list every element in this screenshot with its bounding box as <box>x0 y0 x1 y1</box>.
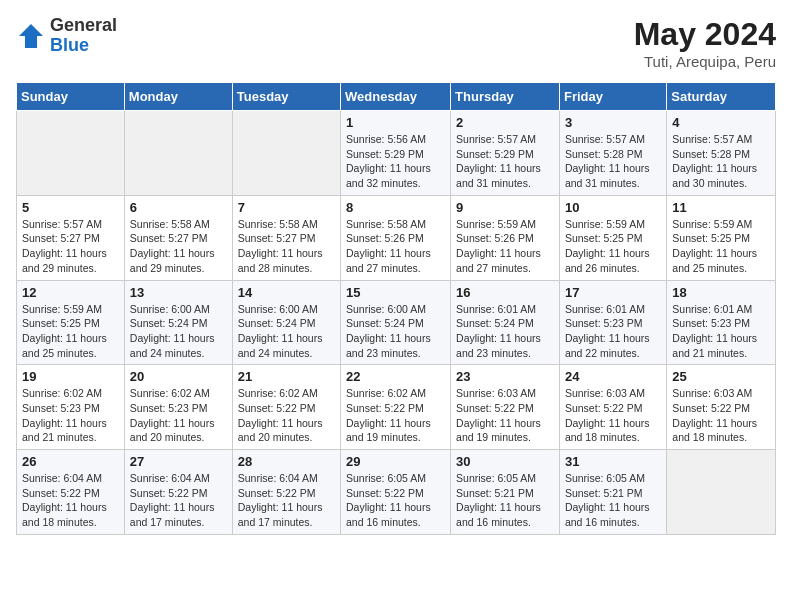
day-number: 22 <box>346 369 445 384</box>
day-number: 24 <box>565 369 661 384</box>
day-number: 1 <box>346 115 445 130</box>
calendar-cell: 9Sunrise: 5:59 AM Sunset: 5:26 PM Daylig… <box>451 195 560 280</box>
calendar-cell: 25Sunrise: 6:03 AM Sunset: 5:22 PM Dayli… <box>667 365 776 450</box>
weekday-header: Tuesday <box>232 83 340 111</box>
calendar-cell: 13Sunrise: 6:00 AM Sunset: 5:24 PM Dayli… <box>124 280 232 365</box>
calendar-cell: 8Sunrise: 5:58 AM Sunset: 5:26 PM Daylig… <box>341 195 451 280</box>
calendar-cell <box>232 111 340 196</box>
calendar-cell: 21Sunrise: 6:02 AM Sunset: 5:22 PM Dayli… <box>232 365 340 450</box>
day-info: Sunrise: 6:04 AM Sunset: 5:22 PM Dayligh… <box>130 471 227 530</box>
day-number: 7 <box>238 200 335 215</box>
day-info: Sunrise: 5:57 AM Sunset: 5:29 PM Dayligh… <box>456 132 554 191</box>
day-info: Sunrise: 5:59 AM Sunset: 5:25 PM Dayligh… <box>565 217 661 276</box>
day-number: 14 <box>238 285 335 300</box>
day-info: Sunrise: 6:04 AM Sunset: 5:22 PM Dayligh… <box>22 471 119 530</box>
day-info: Sunrise: 5:57 AM Sunset: 5:27 PM Dayligh… <box>22 217 119 276</box>
calendar-week-row: 5Sunrise: 5:57 AM Sunset: 5:27 PM Daylig… <box>17 195 776 280</box>
day-number: 25 <box>672 369 770 384</box>
day-number: 27 <box>130 454 227 469</box>
location: Tuti, Arequipa, Peru <box>634 53 776 70</box>
calendar-cell: 15Sunrise: 6:00 AM Sunset: 5:24 PM Dayli… <box>341 280 451 365</box>
day-number: 26 <box>22 454 119 469</box>
day-info: Sunrise: 6:01 AM Sunset: 5:24 PM Dayligh… <box>456 302 554 361</box>
day-number: 13 <box>130 285 227 300</box>
day-info: Sunrise: 5:59 AM Sunset: 5:26 PM Dayligh… <box>456 217 554 276</box>
day-number: 3 <box>565 115 661 130</box>
weekday-header: Wednesday <box>341 83 451 111</box>
weekday-header-row: SundayMondayTuesdayWednesdayThursdayFrid… <box>17 83 776 111</box>
calendar-cell: 19Sunrise: 6:02 AM Sunset: 5:23 PM Dayli… <box>17 365 125 450</box>
calendar-cell: 5Sunrise: 5:57 AM Sunset: 5:27 PM Daylig… <box>17 195 125 280</box>
day-info: Sunrise: 6:02 AM Sunset: 5:22 PM Dayligh… <box>346 386 445 445</box>
day-info: Sunrise: 5:59 AM Sunset: 5:25 PM Dayligh… <box>672 217 770 276</box>
logo-general: General <box>50 16 117 36</box>
day-info: Sunrise: 6:01 AM Sunset: 5:23 PM Dayligh… <box>672 302 770 361</box>
day-info: Sunrise: 6:03 AM Sunset: 5:22 PM Dayligh… <box>456 386 554 445</box>
page-header: General Blue May 2024 Tuti, Arequipa, Pe… <box>16 16 776 70</box>
calendar-cell: 16Sunrise: 6:01 AM Sunset: 5:24 PM Dayli… <box>451 280 560 365</box>
calendar-cell: 28Sunrise: 6:04 AM Sunset: 5:22 PM Dayli… <box>232 450 340 535</box>
day-info: Sunrise: 6:05 AM Sunset: 5:22 PM Dayligh… <box>346 471 445 530</box>
weekday-header: Friday <box>559 83 666 111</box>
calendar-cell: 10Sunrise: 5:59 AM Sunset: 5:25 PM Dayli… <box>559 195 666 280</box>
calendar-cell: 17Sunrise: 6:01 AM Sunset: 5:23 PM Dayli… <box>559 280 666 365</box>
calendar-cell: 22Sunrise: 6:02 AM Sunset: 5:22 PM Dayli… <box>341 365 451 450</box>
weekday-header: Saturday <box>667 83 776 111</box>
calendar-week-row: 19Sunrise: 6:02 AM Sunset: 5:23 PM Dayli… <box>17 365 776 450</box>
day-number: 2 <box>456 115 554 130</box>
day-info: Sunrise: 6:00 AM Sunset: 5:24 PM Dayligh… <box>346 302 445 361</box>
day-number: 12 <box>22 285 119 300</box>
day-number: 8 <box>346 200 445 215</box>
calendar-cell: 14Sunrise: 6:00 AM Sunset: 5:24 PM Dayli… <box>232 280 340 365</box>
day-info: Sunrise: 6:03 AM Sunset: 5:22 PM Dayligh… <box>565 386 661 445</box>
logo-text: General Blue <box>50 16 117 56</box>
day-number: 29 <box>346 454 445 469</box>
calendar-cell: 31Sunrise: 6:05 AM Sunset: 5:21 PM Dayli… <box>559 450 666 535</box>
calendar-cell: 24Sunrise: 6:03 AM Sunset: 5:22 PM Dayli… <box>559 365 666 450</box>
day-info: Sunrise: 5:56 AM Sunset: 5:29 PM Dayligh… <box>346 132 445 191</box>
day-info: Sunrise: 5:59 AM Sunset: 5:25 PM Dayligh… <box>22 302 119 361</box>
day-info: Sunrise: 5:57 AM Sunset: 5:28 PM Dayligh… <box>672 132 770 191</box>
calendar-table: SundayMondayTuesdayWednesdayThursdayFrid… <box>16 82 776 535</box>
day-number: 11 <box>672 200 770 215</box>
day-number: 17 <box>565 285 661 300</box>
calendar-cell <box>17 111 125 196</box>
calendar-cell: 27Sunrise: 6:04 AM Sunset: 5:22 PM Dayli… <box>124 450 232 535</box>
calendar-cell: 12Sunrise: 5:59 AM Sunset: 5:25 PM Dayli… <box>17 280 125 365</box>
logo-blue: Blue <box>50 36 117 56</box>
calendar-cell: 29Sunrise: 6:05 AM Sunset: 5:22 PM Dayli… <box>341 450 451 535</box>
calendar-cell <box>124 111 232 196</box>
day-number: 21 <box>238 369 335 384</box>
title-block: May 2024 Tuti, Arequipa, Peru <box>634 16 776 70</box>
day-info: Sunrise: 6:02 AM Sunset: 5:23 PM Dayligh… <box>130 386 227 445</box>
day-number: 19 <box>22 369 119 384</box>
day-info: Sunrise: 5:58 AM Sunset: 5:27 PM Dayligh… <box>238 217 335 276</box>
day-number: 28 <box>238 454 335 469</box>
day-info: Sunrise: 6:03 AM Sunset: 5:22 PM Dayligh… <box>672 386 770 445</box>
day-info: Sunrise: 6:01 AM Sunset: 5:23 PM Dayligh… <box>565 302 661 361</box>
calendar-cell: 3Sunrise: 5:57 AM Sunset: 5:28 PM Daylig… <box>559 111 666 196</box>
calendar-cell: 6Sunrise: 5:58 AM Sunset: 5:27 PM Daylig… <box>124 195 232 280</box>
calendar-cell: 18Sunrise: 6:01 AM Sunset: 5:23 PM Dayli… <box>667 280 776 365</box>
day-number: 10 <box>565 200 661 215</box>
calendar-cell: 30Sunrise: 6:05 AM Sunset: 5:21 PM Dayli… <box>451 450 560 535</box>
day-info: Sunrise: 5:58 AM Sunset: 5:26 PM Dayligh… <box>346 217 445 276</box>
calendar-week-row: 1Sunrise: 5:56 AM Sunset: 5:29 PM Daylig… <box>17 111 776 196</box>
day-info: Sunrise: 6:04 AM Sunset: 5:22 PM Dayligh… <box>238 471 335 530</box>
logo: General Blue <box>16 16 117 56</box>
weekday-header: Sunday <box>17 83 125 111</box>
day-info: Sunrise: 5:58 AM Sunset: 5:27 PM Dayligh… <box>130 217 227 276</box>
calendar-cell <box>667 450 776 535</box>
weekday-header: Monday <box>124 83 232 111</box>
calendar-cell: 2Sunrise: 5:57 AM Sunset: 5:29 PM Daylig… <box>451 111 560 196</box>
logo-icon <box>16 21 46 51</box>
calendar-cell: 4Sunrise: 5:57 AM Sunset: 5:28 PM Daylig… <box>667 111 776 196</box>
month-year: May 2024 <box>634 16 776 53</box>
day-info: Sunrise: 6:00 AM Sunset: 5:24 PM Dayligh… <box>130 302 227 361</box>
day-info: Sunrise: 6:05 AM Sunset: 5:21 PM Dayligh… <box>456 471 554 530</box>
day-number: 9 <box>456 200 554 215</box>
day-number: 31 <box>565 454 661 469</box>
calendar-cell: 23Sunrise: 6:03 AM Sunset: 5:22 PM Dayli… <box>451 365 560 450</box>
calendar-cell: 1Sunrise: 5:56 AM Sunset: 5:29 PM Daylig… <box>341 111 451 196</box>
svg-marker-0 <box>19 24 43 48</box>
